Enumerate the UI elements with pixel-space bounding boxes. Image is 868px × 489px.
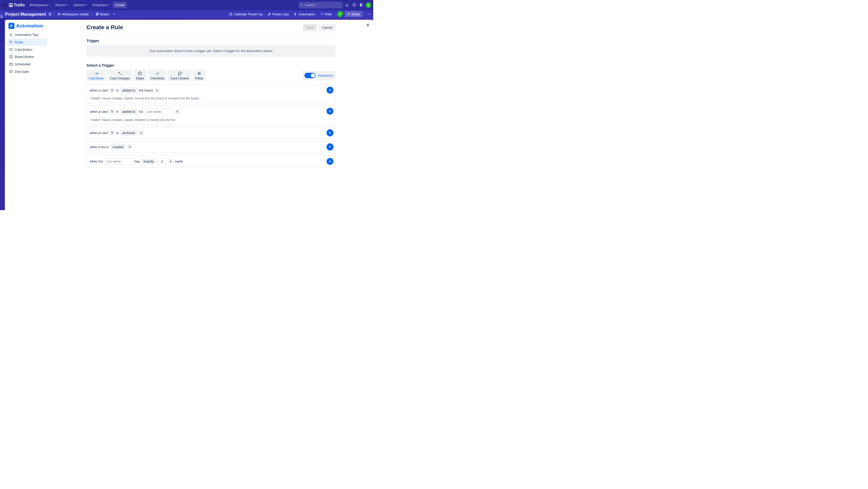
user-chip[interactable] bbox=[154, 88, 160, 93]
tab-fields[interactable]: Fields bbox=[193, 70, 206, 81]
user-chip[interactable] bbox=[175, 109, 180, 114]
add-trigger-button[interactable]: + bbox=[327, 143, 334, 151]
filter-button[interactable]: Filter bbox=[318, 11, 334, 17]
exactly-chip[interactable]: exactly bbox=[141, 158, 156, 165]
automation-sidebar: Automation Automation Tips Rules Card Bu… bbox=[5, 20, 49, 210]
svg-point-7 bbox=[4, 6, 4, 6]
board-view-button[interactable]: Board bbox=[94, 11, 111, 17]
svg-point-6 bbox=[3, 6, 4, 6]
add-trigger-button[interactable]: + bbox=[327, 108, 334, 115]
trigger-text: is bbox=[116, 89, 119, 92]
powerups-button[interactable]: Power-Ups bbox=[266, 11, 290, 17]
svg-rect-18 bbox=[97, 13, 98, 14]
add-trigger-button[interactable]: + bbox=[327, 87, 334, 94]
cancel-button[interactable]: Cancel bbox=[319, 24, 336, 31]
calendar-powerup-button[interactable]: Calendar Power-Up bbox=[227, 11, 265, 17]
list-name-input[interactable] bbox=[145, 108, 174, 115]
advanced-toggle-box: Advanced bbox=[302, 71, 336, 80]
added-to-chip[interactable]: added to bbox=[120, 109, 137, 115]
funnel-icon bbox=[111, 131, 113, 134]
filter-chip[interactable] bbox=[109, 130, 115, 136]
plus-chip[interactable] bbox=[168, 159, 174, 164]
svg-line-10 bbox=[302, 5, 303, 6]
tab-card-move[interactable]: Card Move bbox=[87, 70, 106, 81]
svg-point-5 bbox=[5, 5, 5, 5]
chevron-down-icon bbox=[67, 5, 68, 5]
user-chip[interactable] bbox=[138, 130, 144, 136]
user-icon bbox=[156, 89, 158, 92]
view-switcher-button[interactable] bbox=[112, 12, 116, 15]
main-area: Automation Automation Tips Rules Card Bu… bbox=[0, 18, 373, 210]
search-box[interactable] bbox=[299, 2, 343, 8]
trigger-hint: "Added" means created, copied, moved int… bbox=[90, 97, 333, 100]
trigger-text: when a card bbox=[90, 89, 108, 92]
user-chip[interactable] bbox=[127, 144, 133, 150]
advanced-label: Advanced bbox=[318, 73, 333, 77]
add-trigger-button[interactable]: + bbox=[327, 158, 334, 165]
templates-dropdown[interactable]: Templates bbox=[90, 2, 112, 8]
trello-logo-text: Trello bbox=[13, 3, 25, 7]
funnel-icon bbox=[111, 89, 113, 92]
dots-icon bbox=[367, 12, 371, 16]
list-name-input[interactable] bbox=[104, 158, 133, 165]
tab-card-changes[interactable]: Card Changes bbox=[108, 70, 132, 81]
apps-menu-icon[interactable] bbox=[2, 3, 6, 7]
trello-logo[interactable]: Trello bbox=[7, 3, 26, 7]
trigger-option-list-count: when list has exactly cards + bbox=[87, 155, 336, 168]
filter-chip[interactable] bbox=[109, 109, 115, 114]
svg-point-36 bbox=[10, 42, 10, 42]
star-button[interactable] bbox=[48, 12, 52, 17]
board-menu-button[interactable] bbox=[366, 11, 372, 17]
advanced-toggle[interactable] bbox=[305, 73, 315, 78]
sidebar-item-board-button[interactable]: Board Button bbox=[7, 53, 47, 61]
close-button[interactable]: ✕ bbox=[365, 23, 370, 28]
board-title[interactable]: Project Management bbox=[5, 12, 46, 17]
save-button[interactable]: Save bbox=[303, 24, 317, 31]
recent-dropdown[interactable]: Recent bbox=[53, 2, 70, 8]
filter-chip[interactable] bbox=[109, 88, 115, 93]
added-to-chip[interactable]: added to bbox=[120, 88, 137, 94]
tab-dates[interactable]: Dates bbox=[134, 70, 147, 81]
tab-checklists[interactable]: Checklists bbox=[148, 70, 166, 81]
sidebar-item-due-date[interactable]: Due Date bbox=[7, 68, 47, 75]
svg-point-9 bbox=[301, 4, 303, 6]
sidebar-item-card-button[interactable]: Card Button bbox=[7, 46, 47, 53]
calendar-icon bbox=[9, 63, 13, 66]
user-avatar[interactable]: L bbox=[366, 2, 371, 8]
trigger-text: when list bbox=[90, 159, 102, 163]
svg-point-4 bbox=[4, 5, 4, 5]
people-icon bbox=[58, 12, 61, 16]
count-input[interactable] bbox=[157, 158, 166, 165]
theme-icon[interactable] bbox=[359, 2, 365, 8]
sidebar-title: Automation bbox=[16, 23, 43, 29]
lightbulb-icon bbox=[9, 33, 13, 37]
tab-card-content[interactable]: Card Content bbox=[168, 70, 191, 81]
created-chip[interactable]: created bbox=[110, 144, 126, 150]
svg-point-57 bbox=[157, 90, 157, 90]
select-trigger-heading: Select a Trigger bbox=[87, 63, 336, 67]
workspace-visible-button[interactable]: Workspace visible bbox=[56, 11, 90, 17]
automation-button[interactable]: Automation bbox=[292, 11, 317, 17]
member-avatar[interactable]: L bbox=[337, 11, 343, 17]
sidebar-item-scheduled[interactable]: Scheduled bbox=[7, 61, 47, 68]
sidebar-item-rules[interactable]: Rules bbox=[7, 38, 47, 46]
search-input[interactable] bbox=[305, 3, 341, 7]
starred-dropdown[interactable]: Starred bbox=[71, 2, 89, 8]
add-trigger-button[interactable]: + bbox=[327, 129, 334, 136]
archived-chip[interactable]: archived bbox=[120, 130, 137, 136]
search-icon bbox=[301, 4, 304, 7]
workspaces-dropdown[interactable]: Workspaces bbox=[27, 2, 52, 8]
share-button[interactable]: Share bbox=[345, 11, 362, 17]
plus-minus-icon bbox=[118, 71, 122, 75]
svg-point-59 bbox=[141, 132, 142, 133]
svg-point-2 bbox=[5, 4, 5, 4]
svg-point-26 bbox=[348, 13, 349, 14]
notifications-icon[interactable] bbox=[344, 2, 350, 8]
chevron-down-icon bbox=[108, 5, 110, 5]
help-icon[interactable] bbox=[351, 2, 357, 8]
create-button[interactable]: Create bbox=[113, 2, 127, 8]
page-title: Create a Rule bbox=[87, 24, 123, 31]
trigger-text: is bbox=[116, 110, 119, 113]
trigger-empty-state: Your automation doesn't have a trigger y… bbox=[87, 45, 336, 57]
sidebar-item-tips[interactable]: Automation Tips bbox=[7, 31, 47, 38]
